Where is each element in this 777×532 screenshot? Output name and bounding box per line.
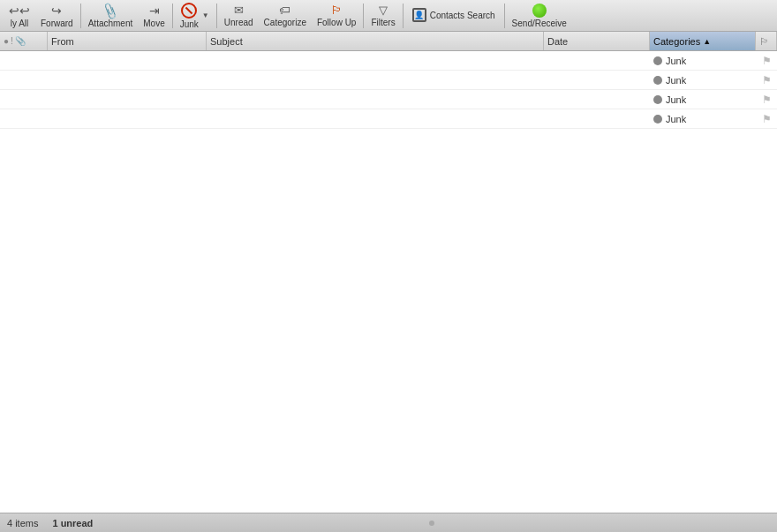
category-label-4: Junk (666, 114, 686, 124)
category-label-1: Junk (666, 56, 686, 66)
send-receive-label: Send/Receive (512, 19, 567, 28)
cell-categories-4: Junk (650, 109, 756, 128)
col-header-date[interactable]: Date (544, 32, 650, 50)
category-dot-icon (653, 76, 662, 85)
separator-4 (363, 4, 364, 28)
cell-subject-2 (207, 71, 544, 89)
cell-flag-4[interactable]: ⚑ (756, 109, 777, 128)
contacts-search-label: Contacts Search (430, 11, 495, 20)
attachment-label: Attachment (88, 19, 133, 28)
col-header-subject[interactable]: Subject (207, 32, 544, 50)
category-label-2: Junk (666, 75, 686, 86)
items-count: 4 items (7, 518, 38, 528)
cell-flag-3[interactable]: ⚑ (756, 90, 777, 109)
categorize-label: Categorize (264, 18, 306, 27)
forward-button[interactable]: ↪ Forward (35, 2, 79, 30)
move-icon: ⇥ (149, 4, 160, 18)
email-list: ● ! 📎 From Subject Date Categories ▲ 🏳 (0, 32, 777, 513)
cell-categories-2: Junk (650, 71, 756, 89)
junk-icon (181, 3, 197, 19)
flag-icon-1: ⚑ (762, 55, 772, 67)
from-col-label: From (51, 36, 74, 47)
read-icon: ● (4, 36, 9, 46)
junk-button[interactable]: Junk ▼ (175, 2, 215, 30)
cell-subject-4 (207, 109, 544, 128)
flag-icon-4: ⚑ (762, 113, 772, 125)
reply-all-button[interactable]: ↩↩ ly All (4, 2, 35, 30)
cell-icons-2 (0, 71, 48, 89)
followup-icon: 🏳 (331, 4, 343, 17)
table-row[interactable]: Junk ⚑ (0, 71, 777, 90)
category-label-3: Junk (666, 94, 686, 105)
paperclip-icon: 📎 (102, 4, 117, 18)
cell-flag-2[interactable]: ⚑ (756, 71, 777, 89)
reply-all-label: ly All (11, 19, 29, 28)
cell-subject-3 (207, 90, 544, 109)
scroll-indicator (93, 521, 770, 526)
unread-button[interactable]: ✉ Unread (219, 2, 259, 30)
contacts-search-icon: 👤 (412, 8, 426, 22)
cell-categories-3: Junk (650, 90, 756, 109)
forward-icon: ↪ (51, 4, 62, 18)
cell-date-4 (544, 109, 650, 128)
reply-all-icon: ↩↩ (9, 4, 30, 18)
cell-date-2 (544, 71, 650, 89)
separator-5 (403, 4, 404, 28)
junk-dropdown-icon[interactable]: ▼ (202, 11, 209, 19)
categorize-button[interactable]: 🏷 Categorize (259, 2, 312, 30)
separator-3 (216, 4, 217, 28)
move-label: Move (143, 19, 164, 28)
table-row[interactable]: Junk ⚑ (0, 90, 777, 109)
toolbar: ↩↩ ly All ↪ Forward 📎 Attachment ⇥ Move … (0, 0, 777, 32)
flag-icon-3: ⚑ (762, 94, 772, 106)
table-row[interactable]: Junk ⚑ (0, 109, 777, 129)
col-header-icons[interactable]: ● ! 📎 (0, 32, 48, 50)
send-receive-icon (532, 4, 547, 18)
junk-label: Junk (180, 19, 199, 29)
unread-count: 1 unread (52, 518, 93, 528)
table-row[interactable]: Junk ⚑ (0, 51, 777, 71)
col-header-from[interactable]: From (48, 32, 207, 50)
sort-arrow-icon: ▲ (703, 37, 711, 46)
cell-from-2 (48, 71, 207, 89)
flag-icon-2: ⚑ (762, 74, 772, 86)
forward-label: Forward (41, 19, 73, 28)
cell-date-1 (544, 51, 650, 70)
flag-col-icon: 🏳 (759, 36, 769, 47)
date-col-label: Date (547, 36, 568, 47)
important-icon: ! (11, 36, 13, 46)
col-header-flag[interactable]: 🏳 (756, 32, 777, 50)
category-dot-icon (653, 56, 662, 65)
move-button[interactable]: ⇥ Move (138, 2, 170, 30)
column-headers: ● ! 📎 From Subject Date Categories ▲ 🏳 (0, 32, 777, 51)
unread-icon: ✉ (234, 4, 244, 17)
filters-label: Filters (371, 18, 395, 27)
separator-1 (80, 4, 81, 28)
col-header-categories[interactable]: Categories ▲ (650, 32, 756, 50)
cell-from-4 (48, 109, 207, 128)
attachment-button[interactable]: 📎 Attachment (83, 2, 139, 30)
contacts-search-button[interactable]: 👤 Contacts Search (405, 2, 502, 30)
followup-button[interactable]: 🏳 Follow Up (312, 2, 361, 30)
filters-button[interactable]: ▽ Filters (366, 2, 400, 30)
categories-col-label: Categories (653, 36, 700, 47)
cell-icons-1 (0, 51, 48, 70)
cell-flag-1[interactable]: ⚑ (756, 51, 777, 70)
scroll-dot (429, 521, 434, 526)
cell-date-3 (544, 90, 650, 109)
categorize-icon: 🏷 (279, 4, 290, 17)
email-rows: Junk ⚑ Junk ⚑ (0, 51, 777, 513)
filters-icon: ▽ (379, 4, 388, 17)
unread-label: Unread (224, 18, 253, 27)
cell-categories-1: Junk (650, 51, 756, 70)
cell-icons-3 (0, 90, 48, 109)
cell-subject-1 (207, 51, 544, 70)
subject-col-label: Subject (210, 36, 243, 47)
send-receive-button[interactable]: Send/Receive (507, 2, 572, 30)
separator-6 (504, 4, 505, 28)
separator-2 (172, 4, 173, 28)
main-content: ● ! 📎 From Subject Date Categories ▲ 🏳 (0, 32, 777, 513)
category-dot-icon (653, 115, 662, 124)
cell-from-1 (48, 51, 207, 70)
status-bar: 4 items 1 unread (0, 513, 777, 532)
